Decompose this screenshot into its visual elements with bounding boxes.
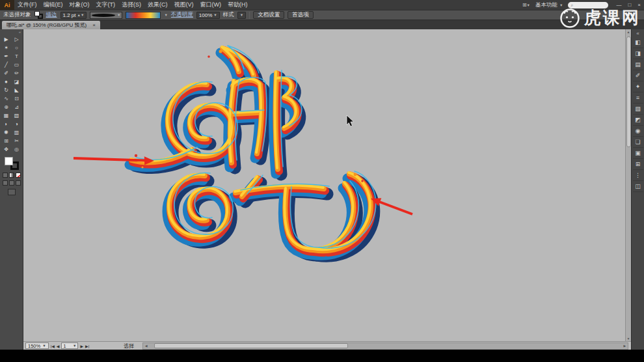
layers-panel-icon[interactable]: ▣: [633, 148, 643, 159]
zoom-level-dropdown[interactable]: 150%▼: [25, 342, 49, 349]
line-segment-tool[interactable]: ╱: [2, 61, 11, 69]
hand-tool[interactable]: ✥: [2, 145, 11, 154]
screen-mode-icon[interactable]: [8, 189, 16, 195]
menu-help[interactable]: 帮助(H): [224, 0, 251, 10]
close-button[interactable]: ×: [637, 2, 641, 8]
artboard-tool[interactable]: ⊞: [2, 137, 11, 145]
scroll-up-icon[interactable]: ▲: [627, 29, 630, 35]
blob-brush-tool[interactable]: ●: [2, 77, 11, 86]
horizontal-scrollbar[interactable]: ◀ ▶: [142, 342, 628, 350]
document-tab[interactable]: 哪吒.ai* @ 150% (RGB/GPU 预览) ×: [2, 21, 100, 29]
search-icon: ⌕: [570, 3, 573, 8]
perspective-grid-tool[interactable]: ⊿: [12, 103, 21, 111]
swatches-panel-icon[interactable]: ▤: [633, 59, 643, 70]
collapse-tools-icon[interactable]: «: [19, 30, 23, 35]
graphic-styles-panel-icon[interactable]: ❏: [633, 137, 643, 148]
eraser-tool[interactable]: ◪: [12, 77, 21, 86]
rectangle-tool[interactable]: ▭: [12, 61, 21, 69]
stroke-panel-link[interactable]: 描边: [46, 11, 57, 19]
minimize-button[interactable]: —: [616, 2, 621, 8]
help-search-input[interactable]: ⌕: [568, 2, 608, 8]
menu-file[interactable]: 文件(F): [14, 0, 40, 10]
draw-inside-icon[interactable]: [16, 180, 21, 186]
symbol-sprayer-tool[interactable]: ✺: [2, 128, 11, 137]
fill-stroke-indicator[interactable]: [34, 11, 43, 19]
type-tool[interactable]: T: [12, 52, 21, 61]
menu-edit[interactable]: 编辑(E): [40, 0, 66, 10]
menu-window[interactable]: 窗口(W): [197, 0, 225, 10]
menu-effect[interactable]: 效果(C): [144, 0, 171, 10]
first-artboard-button[interactable]: |◀: [51, 344, 55, 348]
scroll-right-icon[interactable]: ▶: [622, 344, 628, 348]
pencil-tool[interactable]: ✏: [12, 69, 21, 77]
appearance-panel-icon[interactable]: ◉: [633, 126, 643, 137]
document-setup-button[interactable]: 文档设置: [253, 11, 284, 19]
width-tool[interactable]: ∿: [2, 94, 11, 103]
rotate-tool[interactable]: ↻: [2, 86, 11, 94]
gradient-panel-icon[interactable]: ▧: [633, 104, 643, 115]
gradient-tool[interactable]: ▧: [12, 111, 21, 120]
mesh-tool[interactable]: ▦: [2, 111, 11, 120]
previous-artboard-button[interactable]: ◀: [57, 344, 60, 348]
stroke-width-stepper[interactable]: 1.2 pt▲▼: [60, 12, 87, 19]
pen-tool[interactable]: ✒: [2, 52, 11, 61]
nezha-paint-artwork[interactable]: [129, 46, 376, 258]
menu-type[interactable]: 文字(T): [93, 0, 119, 10]
eyedropper-tool[interactable]: ◗: [2, 120, 11, 128]
scroll-left-icon[interactable]: ◀: [143, 344, 149, 348]
stroke-panel-icon[interactable]: ≡: [633, 92, 643, 104]
last-artboard-button[interactable]: ▶|: [85, 344, 89, 348]
magic-wand-tool[interactable]: ✶: [2, 44, 11, 52]
fill-swatch-mini[interactable]: [34, 11, 40, 16]
arrange-documents-icon[interactable]: ⊞▼: [522, 2, 530, 8]
menu-view[interactable]: 视图(V): [171, 0, 197, 10]
color-guide-panel-icon[interactable]: ◨: [633, 48, 643, 59]
gradient-button[interactable]: [9, 173, 14, 178]
opacity-panel-link[interactable]: 不透明度: [171, 11, 193, 19]
scroll-down-icon[interactable]: ▼: [627, 336, 630, 341]
horizontal-scroll-thumb[interactable]: [154, 343, 348, 348]
canvas[interactable]: 哪吒: [23, 29, 625, 341]
free-transform-tool[interactable]: ⊡: [12, 94, 21, 103]
direct-selection-tool[interactable]: ▷: [12, 35, 21, 44]
opacity-dropdown[interactable]: 100%▼: [196, 12, 220, 19]
lasso-tool[interactable]: ○: [12, 44, 21, 52]
workspace-switcher[interactable]: 基本功能▼: [535, 1, 563, 9]
panel-dock: « ◧◨▤✐✦≡▧◩◉❏▣⊞⋮◫: [631, 29, 644, 350]
blend-tool[interactable]: ◑: [12, 120, 21, 128]
artboards-panel-icon[interactable]: ⊞: [633, 159, 643, 170]
artboard-number-dropdown[interactable]: 1▼: [61, 342, 78, 349]
none-button[interactable]: [16, 173, 21, 178]
shape-builder-tool[interactable]: ⊕: [2, 103, 11, 111]
preferences-button[interactable]: 首选项: [288, 11, 314, 19]
column-graph-tool[interactable]: ▥: [12, 128, 21, 137]
draw-behind-icon[interactable]: [9, 180, 14, 186]
zoom-tool[interactable]: ◎: [12, 145, 21, 154]
draw-normal-icon[interactable]: [3, 180, 8, 186]
color-panel-icon[interactable]: ◧: [633, 37, 643, 48]
restore-button[interactable]: □: [628, 2, 631, 8]
tab-close-icon[interactable]: ×: [92, 22, 96, 28]
fill-color-swatch[interactable]: [5, 157, 13, 165]
style-dropdown[interactable]: ▼: [237, 12, 246, 19]
next-artboard-button[interactable]: ▶: [80, 344, 83, 348]
menu-select[interactable]: 选择(S): [118, 0, 144, 10]
paintbrush-tool[interactable]: ✐: [2, 69, 11, 77]
pathfinder-panel-icon[interactable]: ◫: [633, 181, 643, 192]
brush-definition-dropdown[interactable]: [126, 12, 161, 19]
transparency-panel-icon[interactable]: ◩: [633, 115, 643, 126]
brushes-panel-icon[interactable]: ✐: [633, 70, 643, 81]
symbols-panel-icon[interactable]: ✦: [633, 81, 643, 92]
align-panel-icon[interactable]: ⋮: [633, 170, 643, 181]
scale-tool[interactable]: ◣: [12, 86, 21, 94]
app-logo-icon: Ai: [0, 0, 14, 10]
menu-object[interactable]: 对象(O): [66, 0, 93, 10]
variable-width-profile-dropdown[interactable]: ▼: [90, 12, 122, 19]
vertical-scroll-thumb[interactable]: [626, 36, 631, 147]
selection-tool[interactable]: ▶: [2, 35, 11, 44]
color-button[interactable]: [3, 173, 8, 178]
slice-tool[interactable]: ✂: [12, 137, 21, 145]
vertical-scrollbar[interactable]: ▲ ▼: [625, 29, 631, 341]
expand-panels-icon[interactable]: «: [636, 30, 639, 37]
brush-dropdown-arrow-icon[interactable]: ▼: [164, 13, 167, 17]
